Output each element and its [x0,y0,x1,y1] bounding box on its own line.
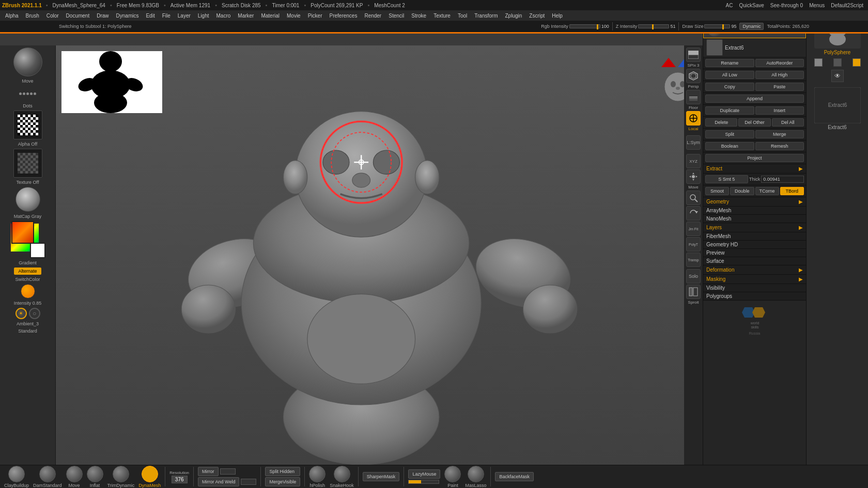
menu-marker[interactable]: Marker [235,12,257,20]
merge-visible-btn[interactable]: MergeVisible [265,477,300,486]
nanomesh-item[interactable]: NanoMesh [703,215,806,223]
visibility-item[interactable]: Visibility [703,284,806,292]
strip-icon-polyt[interactable]: PolyT [686,237,701,251]
bottom-tool-hpolish[interactable]: hPolish [309,466,326,488]
bottom-tool-claybuildup[interactable]: ClayBuildup [4,466,29,488]
tcorne-btn[interactable]: TCorne [755,187,779,195]
see-through-btn[interactable]: See-through 0 [768,3,805,8]
menu-draw[interactable]: Draw [94,12,112,20]
fibermesh-item[interactable]: FiberMesh [703,232,806,241]
autoreorder-btn[interactable]: AutoReorder [755,59,804,67]
matcap-sphere[interactable] [16,187,40,212]
bottom-tool-inflat[interactable]: Inflat [87,466,103,488]
strip-icon-jmfit[interactable]: Jm Fit [686,222,701,236]
layers-section[interactable]: Layers ▶ [703,223,806,232]
geometryhd-item[interactable]: Geometry HD [703,241,806,249]
menu-light[interactable]: Light [195,12,212,20]
menu-tool[interactable]: Tool [455,12,470,20]
alpha-off-btn[interactable] [13,111,42,139]
z-intensity-slider[interactable] [638,24,669,28]
strip-icon-solo[interactable]: Solo [686,269,701,284]
menu-texture[interactable]: Texture [430,12,454,20]
thick-input[interactable] [761,176,804,183]
smoot-btn[interactable]: Smoot [705,187,729,195]
menu-dynamics[interactable]: Dynamics [113,12,142,20]
strip-icon-move[interactable] [686,169,701,184]
lazymouse-slider[interactable] [408,480,439,484]
sharpen-mask-btn[interactable]: SharpenMask [363,472,400,481]
rp-eye-icon[interactable]: 👁 [831,70,844,82]
brush-preview[interactable] [13,48,42,76]
strip-icon-zoom3d[interactable] [686,191,701,205]
del-all-btn[interactable]: Del All [772,118,804,127]
menu-help[interactable]: Help [549,12,566,20]
menu-material[interactable]: Material [258,12,283,20]
menu-layer[interactable]: Layer [175,12,194,20]
dynamic-btn[interactable]: Dynamic [739,23,764,30]
menu-alpha[interactable]: Alpha [2,12,22,20]
intensity-dot[interactable] [21,284,35,298]
split-hidden-btn[interactable]: Split Hidden [265,467,300,476]
geometry-section[interactable]: Geometry ▶ [703,197,806,207]
backface-mask-btn[interactable]: BackfaceMask [495,472,534,481]
dots-brush-preview[interactable] [13,86,42,101]
menu-stroke[interactable]: Stroke [408,12,429,20]
menu-picker[interactable]: Picker [305,12,326,20]
bottom-tool-damstandard[interactable]: DamStandard [33,466,62,488]
split-btn[interactable]: Split [705,130,754,138]
extract-val-btn[interactable]: S Smt 5 [705,175,748,183]
strip-icon-1[interactable] [686,48,701,62]
quicksave-btn[interactable]: QuickSave [736,3,766,8]
deformation-section[interactable]: Deformation ▶ [703,265,806,275]
merge-btn[interactable]: Merge [755,130,804,138]
menu-transform[interactable]: Transform [471,12,501,20]
subtool-item-extract6[interactable]: Extract6 [703,38,806,57]
rp-color-orange[interactable] [853,58,861,67]
all-low-btn[interactable]: All Low [705,71,754,79]
light-sun-icon[interactable]: ☀ [16,308,27,319]
strip-icon-transp[interactable]: Transp [686,253,701,267]
append-btn[interactable]: Append [705,95,804,103]
menu-preferences[interactable]: Preferences [326,12,360,20]
switch-color-btn[interactable]: Alternate [14,267,41,275]
model-view[interactable] [56,45,703,465]
color-background[interactable] [30,243,45,258]
duplicate-btn[interactable]: Duplicate [705,106,754,115]
menu-zscript[interactable]: Zscript [526,12,548,20]
polygroups-item[interactable]: Polygroups [703,292,806,301]
menu-file[interactable]: File [159,12,174,20]
insert-btn[interactable]: Insert [755,106,804,115]
rename-btn[interactable]: Rename [705,59,754,67]
mirror-weld-btn[interactable]: Mirror And Weld [198,477,239,486]
remesh-btn[interactable]: Remesh [755,142,804,150]
color-foreground[interactable] [11,221,34,244]
boolean-btn[interactable]: Boolean [705,142,754,150]
bottom-tool-dynamesh[interactable]: DynaMesh [138,466,161,488]
masking-section[interactable]: Masking ▶ [703,275,806,284]
menu-stencil[interactable]: Stencil [385,12,407,20]
strip-icon-persp[interactable] [686,69,701,83]
strip-icon-local[interactable] [686,111,701,125]
rp-color2[interactable] [833,58,842,67]
default2script-btn[interactable]: Default2Script [828,3,866,8]
copy-btn[interactable]: Copy [705,83,754,91]
menu-render[interactable]: Render [361,12,384,20]
draw-size-slider[interactable] [704,24,730,28]
resolution-value[interactable]: 376 [172,476,188,483]
menu-movie[interactable]: Movie [284,12,304,20]
menu-zplugin[interactable]: Zplugin [502,12,525,20]
tbord-btn[interactable]: TBord [780,187,804,195]
strip-icon-floor[interactable] [686,90,701,104]
menu-macro[interactable]: Macro [213,12,234,20]
bottom-tool-trimdynamic[interactable]: TrimDynamic [107,466,135,488]
rp-color1[interactable] [814,58,823,67]
menu-color[interactable]: Color [43,12,62,20]
project-btn[interactable]: Project [705,154,804,162]
arraymesh-item[interactable]: ArrayMesh [703,207,806,215]
bottom-tool-move[interactable]: Move [66,466,83,488]
bottom-tool-maslasso[interactable]: MasLasso [465,466,486,488]
texture-off-btn[interactable] [13,149,42,178]
bottom-tool-snakehook[interactable]: SnakeHook [330,466,354,488]
menus-btn[interactable]: Menus [807,3,827,8]
menu-document[interactable]: Document [63,12,93,20]
